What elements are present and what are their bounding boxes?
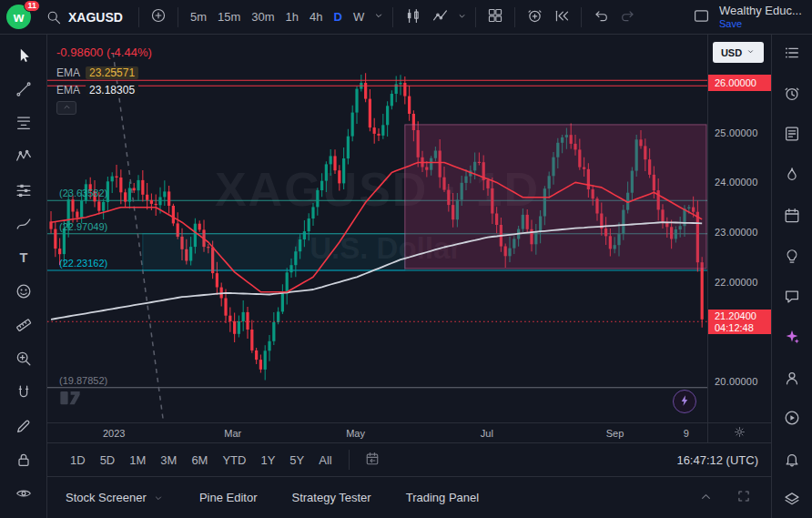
bottom-panel-bar: Stock ScreenerPine EditorStrategy Tester… [47, 476, 771, 518]
indicator-row[interactable]: EMA23.25571 [56, 66, 152, 79]
tradingview-logo-icon[interactable] [58, 385, 82, 411]
symbol-name: XAGUSD [68, 10, 123, 25]
fib-retracement-icon[interactable] [8, 113, 39, 133]
calendar-icon[interactable] [776, 206, 807, 225]
indicator-legend-rows: EMA23.25571EMA23.18305 [56, 66, 152, 96]
utc-clock[interactable]: 16:47:12 (UTC) [676, 453, 758, 467]
range-button-6m[interactable]: 6M [185, 449, 214, 471]
alerts-clock-icon[interactable] [776, 85, 807, 104]
chevron-up-icon [698, 489, 714, 507]
drawing-toolbar: T [0, 35, 47, 518]
time-axis-label: May [346, 428, 365, 439]
object-tree-icon[interactable] [776, 490, 807, 509]
brush-icon[interactable] [8, 214, 39, 234]
date-range-bar: 1D5D1M3M6MYTD1Y5YAll 16:47:12 (UTC) [47, 442, 771, 476]
range-button-1y[interactable]: 1Y [254, 449, 281, 471]
chart-settings-button[interactable] [731, 424, 749, 442]
range-button-all[interactable]: All [312, 449, 338, 471]
price-scale[interactable]: USD 25.0000024.0000023.0000022.0000020.0… [707, 35, 771, 422]
range-button-1m[interactable]: 1M [123, 449, 152, 471]
indicators-button[interactable] [427, 5, 452, 30]
eye-icon[interactable] [8, 483, 39, 503]
maximize-icon [736, 489, 751, 506]
redo-button[interactable] [615, 5, 641, 30]
level-price-label: (23.63582) [59, 188, 107, 200]
cursor-icon[interactable] [8, 46, 39, 66]
tab-pine-editor[interactable]: Pine Editor [199, 491, 258, 504]
emoji-icon[interactable] [8, 281, 39, 301]
range-button-1d[interactable]: 1D [64, 449, 92, 471]
range-button-3m[interactable]: 3M [154, 449, 183, 471]
account-name: Wealthy Educ... [719, 4, 802, 18]
save-button[interactable]: Save [719, 18, 742, 30]
separator [392, 7, 393, 27]
indicators-dropdown-button[interactable] [454, 5, 469, 30]
go-to-date-button[interactable] [360, 447, 385, 472]
tab-stock-screener[interactable]: Stock Screener [66, 491, 165, 504]
news-icon[interactable] [776, 125, 807, 144]
currency-label: USD [721, 47, 742, 58]
add-symbol-button[interactable] [146, 5, 171, 30]
bar-countdown-label: 04:12:48 [715, 322, 754, 334]
indicator-name: EMA [56, 84, 80, 96]
layout-grid-button[interactable] [482, 5, 508, 30]
prediction-icon[interactable] [8, 180, 39, 200]
hotlists-flame-icon[interactable] [776, 166, 807, 185]
range-button-5d[interactable]: 5D [94, 449, 122, 471]
time-axis[interactable]: 2023MarMayJulSep9 [47, 423, 707, 442]
alert-price-badge: 26.00000 [708, 75, 771, 91]
intervals-dropdown-button[interactable] [371, 5, 386, 30]
interval-button-4h[interactable]: 4h [304, 5, 328, 29]
create-alert-button[interactable] [522, 5, 547, 30]
panel-expand-up-button[interactable] [693, 485, 718, 511]
chart-style-button[interactable] [400, 5, 425, 30]
range-group: 1D5D1M3M6MYTD1Y5YAll [64, 449, 339, 471]
chart-legend: -0.98600 (-4.44%) EMA23.25571EMA23.18305 [56, 46, 152, 115]
trend-line-icon[interactable] [8, 79, 39, 99]
tab-strategy-tester[interactable]: Strategy Tester [291, 491, 370, 504]
bar-replay-button[interactable] [549, 5, 574, 30]
streams-icon[interactable] [776, 369, 807, 388]
account-menu-button[interactable]: w 11 [5, 4, 38, 31]
notifications-bell-icon[interactable] [776, 450, 807, 469]
shows-play-icon[interactable] [776, 409, 807, 428]
interval-button-d[interactable]: D [329, 5, 348, 29]
interval-button-1h[interactable]: 1h [280, 5, 304, 29]
chart-canvas[interactable]: XAGUSD · 1D / U.S. Dollar (23.63582)(22.… [47, 35, 707, 422]
calendar-go-icon [364, 451, 381, 470]
tab-trading-panel[interactable]: Trading Panel [406, 491, 479, 504]
price-tick: 25.00000 [715, 127, 757, 138]
text-icon[interactable]: T [8, 248, 39, 268]
draw-mode-icon[interactable] [8, 416, 39, 436]
undo-button[interactable] [588, 5, 614, 30]
legend-collapse-button[interactable] [56, 101, 76, 115]
magnet-icon[interactable] [8, 382, 39, 402]
quick-action-lightning-button[interactable] [673, 390, 696, 413]
range-button-ytd[interactable]: YTD [216, 449, 252, 471]
ideas-lightbulb-icon[interactable] [776, 247, 807, 266]
interval-button-15m[interactable]: 15m [212, 5, 246, 29]
zoom-icon[interactable] [8, 349, 39, 369]
chevron-down-icon [456, 10, 468, 25]
chat-icon[interactable] [776, 287, 807, 306]
fullscreen-button[interactable] [688, 5, 714, 30]
interval-button-30m[interactable]: 30m [246, 5, 279, 29]
symbol-search-button[interactable]: XAGUSD [40, 5, 132, 30]
top-toolbar: w 11 XAGUSD 5m15m30m1h4hDW [0, 0, 812, 35]
axis-settings-corner [707, 423, 771, 442]
watchlist-icon[interactable] [776, 44, 807, 63]
right-sidebar [771, 35, 812, 518]
layout-grid-icon [487, 7, 503, 26]
panel-maximize-button[interactable] [731, 485, 756, 511]
currency-selector[interactable]: USD [713, 42, 764, 63]
range-button-5y[interactable]: 5Y [283, 449, 310, 471]
pattern-icon[interactable] [8, 147, 39, 167]
interval-button-w[interactable]: W [348, 5, 370, 29]
indicator-row[interactable]: EMA23.18305 [56, 84, 152, 96]
time-axis-label: Sep [606, 428, 624, 439]
ai-sparkle-icon[interactable] [776, 328, 807, 347]
measure-icon[interactable] [8, 315, 39, 335]
search-icon [46, 9, 62, 25]
interval-button-5m[interactable]: 5m [185, 5, 212, 29]
lock-icon[interactable] [8, 450, 39, 470]
